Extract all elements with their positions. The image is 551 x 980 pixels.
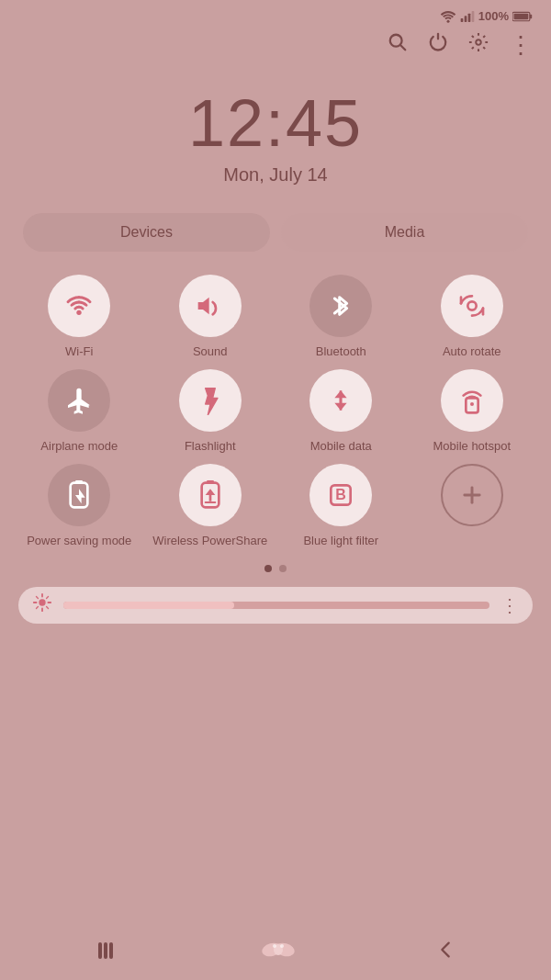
brightness-icon [32, 592, 52, 617]
toggle-wirelesspowershare[interactable]: Wireless PowerShare [150, 464, 272, 549]
airplane-label: Airplane mode [40, 439, 118, 455]
search-icon[interactable] [388, 32, 408, 58]
svg-marker-12 [197, 298, 208, 315]
brightness-bar[interactable]: ⋮ [18, 587, 533, 624]
airplane-circle [48, 369, 110, 432]
svg-point-0 [446, 19, 449, 22]
toggle-airplane[interactable]: Airplane mode [18, 369, 141, 455]
svg-point-40 [280, 944, 284, 948]
autorotate-circle [441, 275, 503, 337]
toggle-sound[interactable]: Sound [150, 275, 272, 360]
mobilehotspot-label: Mobile hotspot [433, 439, 511, 455]
powersaving-label: Power saving mode [27, 534, 131, 549]
toolbar: ⋮ [0, 28, 551, 67]
svg-line-30 [47, 607, 49, 609]
svg-line-9 [400, 45, 405, 50]
wirelesspowershare-circle [179, 464, 242, 526]
svg-rect-4 [471, 11, 474, 22]
svg-line-32 [36, 607, 38, 609]
svg-point-15 [470, 402, 474, 406]
mobiledata-circle [309, 369, 372, 432]
power-icon[interactable] [428, 32, 448, 58]
toggle-bluetooth[interactable]: Bluetooth [280, 275, 402, 360]
clock-section: 12:45 Mon, July 14 [0, 67, 551, 195]
svg-rect-17 [75, 480, 83, 484]
svg-point-10 [476, 39, 481, 45]
settings-icon[interactable] [468, 32, 489, 58]
svg-point-11 [77, 310, 82, 315]
brightness-more-icon[interactable]: ⋮ [500, 594, 519, 616]
bottom-nav [0, 925, 551, 980]
wifi-label: Wi-Fi [65, 344, 93, 360]
back-icon[interactable] [438, 940, 453, 965]
mobiledata-label: Mobile data [310, 439, 372, 455]
toggle-bluelightfilter[interactable]: B Blue light filter [280, 464, 402, 549]
brightness-track[interactable] [63, 602, 489, 609]
tabs-container: Devices Media [0, 195, 551, 261]
flashlight-label: Flashlight [185, 439, 236, 455]
bluetooth-circle [309, 275, 372, 337]
add-circle [441, 464, 503, 526]
powersaving-circle [48, 464, 110, 526]
status-bar: 100% [0, 0, 551, 28]
toggles-grid: Wi-Fi Sound Bluetooth [0, 261, 551, 554]
dot-1 [264, 565, 272, 572]
battery-icon [512, 11, 533, 22]
toggle-mobilehotspot[interactable]: Mobile hotspot [411, 369, 534, 455]
status-icons: 100% [440, 9, 533, 23]
tab-media[interactable]: Media [281, 213, 528, 252]
toggle-add[interactable] [411, 464, 534, 549]
bluelightfilter-circle: B [309, 464, 372, 526]
bluelightfilter-label: Blue light filter [303, 534, 378, 549]
brightness-fill [63, 602, 234, 609]
svg-rect-2 [464, 16, 467, 22]
wifi-circle [48, 275, 110, 337]
dot-2 [279, 565, 287, 572]
toggle-flashlight[interactable]: Flashlight [150, 369, 272, 455]
signal-icon [460, 10, 475, 23]
svg-line-31 [47, 597, 49, 599]
svg-rect-3 [467, 13, 470, 21]
svg-rect-1 [460, 18, 463, 22]
svg-point-24 [39, 600, 45, 606]
recent-apps-icon[interactable] [98, 941, 118, 964]
svg-rect-33 [98, 942, 102, 959]
clock-time: 12:45 [0, 85, 551, 161]
tab-devices[interactable]: Devices [23, 213, 270, 252]
clock-date: Mon, July 14 [0, 164, 551, 186]
svg-point-39 [273, 944, 276, 948]
flashlight-circle [179, 369, 242, 432]
svg-point-13 [467, 301, 476, 310]
battery-status: 100% [478, 9, 509, 23]
sound-circle [179, 275, 242, 337]
home-icon[interactable] [260, 937, 297, 969]
toggle-powersaving[interactable]: Power saving mode [18, 464, 141, 549]
svg-line-29 [36, 597, 38, 599]
toggle-autorotate[interactable]: Auto rotate [411, 275, 534, 360]
bluetooth-label: Bluetooth [316, 344, 366, 360]
wifi-status-icon [440, 10, 456, 23]
svg-rect-7 [514, 13, 529, 18]
svg-rect-34 [104, 942, 107, 959]
more-icon[interactable]: ⋮ [509, 33, 533, 57]
mobilehotspot-circle [441, 369, 503, 432]
svg-text:B: B [335, 487, 346, 502]
autorotate-label: Auto rotate [443, 344, 501, 360]
svg-rect-19 [207, 480, 214, 484]
toggle-wifi[interactable]: Wi-Fi [18, 275, 141, 360]
toggle-mobiledata[interactable]: Mobile data [280, 369, 402, 455]
page-dots [0, 554, 551, 580]
svg-rect-6 [530, 14, 532, 18]
wirelesspowershare-label: Wireless PowerShare [152, 534, 267, 549]
sound-label: Sound [193, 344, 228, 360]
svg-rect-35 [109, 942, 113, 959]
